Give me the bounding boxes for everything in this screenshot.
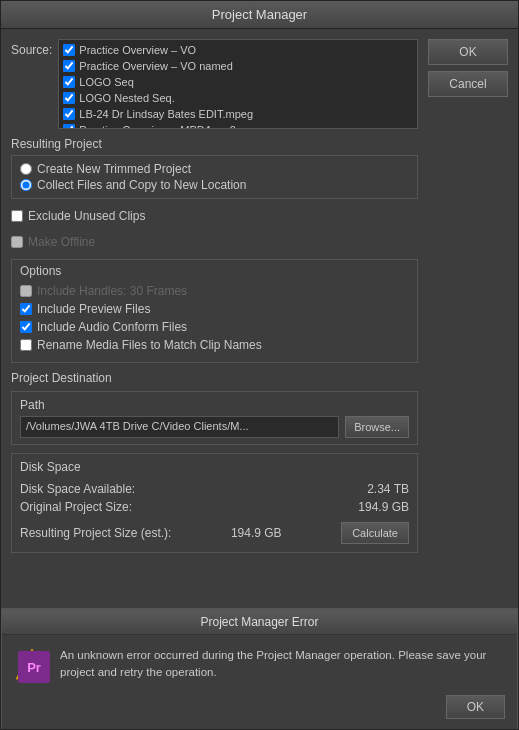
error-ok-button[interactable]: OK — [446, 695, 505, 719]
destination-title: Project Destination — [11, 371, 418, 385]
error-dialog: Project Manager Error Pr An unknown erro… — [1, 608, 518, 729]
include-handles-row: Include Handles: 30 Frames — [20, 282, 409, 300]
disk-original-label: Original Project Size: — [20, 500, 132, 514]
path-row: /Volumes/JWA 4TB Drive C/Video Clients/M… — [20, 416, 409, 438]
disk-resulting-value: 194.9 GB — [231, 526, 282, 540]
list-item[interactable]: LOGO Nested Seq. — [59, 90, 417, 106]
disk-available-label: Disk Space Available: — [20, 482, 135, 496]
source-item-checkbox-3[interactable] — [63, 92, 75, 104]
list-item[interactable]: Practice Overview – VO — [59, 42, 417, 58]
include-preview-row[interactable]: Include Preview Files — [20, 300, 409, 318]
error-footer: OK — [2, 691, 517, 729]
rename-media-row[interactable]: Rename Media Files to Match Clip Names — [20, 336, 409, 354]
path-display: /Volumes/JWA 4TB Drive C/Video Clients/M… — [20, 416, 339, 438]
radio-row-1[interactable]: Create New Trimmed Project — [20, 162, 409, 176]
disk-resulting-label: Resulting Project Size (est.): — [20, 526, 171, 540]
list-item[interactable]: Practice Overview – MPDA ver2 — [59, 122, 417, 129]
source-item-text-3: LOGO Nested Seq. — [79, 92, 174, 104]
include-audio-checkbox[interactable] — [20, 321, 32, 333]
rename-media-label: Rename Media Files to Match Clip Names — [37, 338, 262, 352]
disk-available-row: Disk Space Available: 2.34 TB — [20, 480, 409, 498]
disk-original-value: 194.9 GB — [358, 500, 409, 514]
source-item-checkbox-1[interactable] — [63, 60, 75, 72]
error-icon: Pr — [14, 647, 50, 683]
cancel-button[interactable]: Cancel — [428, 71, 508, 97]
destination-section: Project Destination Path /Volumes/JWA 4T… — [11, 371, 418, 553]
make-offline-label: Make Offline — [28, 235, 95, 249]
include-preview-checkbox[interactable] — [20, 303, 32, 315]
list-item[interactable]: LOGO Seq — [59, 74, 417, 90]
list-item[interactable]: Practice Overview – VO named — [59, 58, 417, 74]
disk-space-title: Disk Space — [20, 460, 409, 474]
source-item-checkbox-0[interactable] — [63, 44, 75, 56]
radio-create-new-label: Create New Trimmed Project — [37, 162, 191, 176]
resulting-project-box: Create New Trimmed Project Collect Files… — [11, 155, 418, 199]
list-item[interactable]: LB-24 Dr Lindsay Bates EDIT.mpeg — [59, 106, 417, 122]
disk-space-section: Disk Space Disk Space Available: 2.34 TB… — [11, 453, 418, 553]
error-body: Pr An unknown error occurred during the … — [2, 635, 517, 691]
ok-button[interactable]: OK — [428, 39, 508, 65]
resulting-project-label: Resulting Project — [11, 137, 418, 151]
source-item-checkbox-5[interactable] — [63, 124, 75, 129]
title-bar: Project Manager — [1, 1, 518, 29]
pr-icon: Pr — [18, 651, 50, 683]
rename-media-checkbox[interactable] — [20, 339, 32, 351]
source-item-text-4: LB-24 Dr Lindsay Bates EDIT.mpeg — [79, 108, 253, 120]
radio-collect-files-label: Collect Files and Copy to New Location — [37, 178, 246, 192]
error-title-bar: Project Manager Error — [2, 610, 517, 635]
include-audio-row[interactable]: Include Audio Conform Files — [20, 318, 409, 336]
source-item-text-1: Practice Overview – VO named — [79, 60, 232, 72]
exclude-unused-checkbox[interactable] — [11, 210, 23, 222]
options-section: Options Include Handles: 30 Frames Inclu… — [11, 259, 418, 363]
source-item-text-5: Practice Overview – MPDA ver2 — [79, 124, 236, 129]
include-handles-label: Include Handles: 30 Frames — [37, 284, 187, 298]
error-title: Project Manager Error — [200, 615, 318, 629]
make-offline-row: Make Offline — [11, 233, 418, 251]
radio-create-new[interactable] — [20, 163, 32, 175]
options-title: Options — [20, 264, 409, 278]
make-offline-checkbox — [11, 236, 23, 248]
calculate-button[interactable]: Calculate — [341, 522, 409, 544]
source-item-text-0: Practice Overview – VO — [79, 44, 196, 56]
error-message: An unknown error occurred during the Pro… — [60, 647, 505, 682]
include-audio-label: Include Audio Conform Files — [37, 320, 187, 334]
source-section: Source: Practice Overview – VO Practice … — [11, 39, 418, 129]
source-item-checkbox-2[interactable] — [63, 76, 75, 88]
disk-resulting-row: Resulting Project Size (est.): 194.9 GB … — [20, 520, 409, 546]
disk-original-row: Original Project Size: 194.9 GB — [20, 498, 409, 516]
browse-button[interactable]: Browse... — [345, 416, 409, 438]
radio-row-2[interactable]: Collect Files and Copy to New Location — [20, 178, 409, 192]
radio-collect-files[interactable] — [20, 179, 32, 191]
exclude-unused-row[interactable]: Exclude Unused Clips — [11, 207, 418, 225]
include-handles-checkbox — [20, 285, 32, 297]
include-preview-label: Include Preview Files — [37, 302, 150, 316]
exclude-unused-label: Exclude Unused Clips — [28, 209, 145, 223]
disk-available-value: 2.34 TB — [367, 482, 409, 496]
source-list[interactable]: Practice Overview – VO Practice Overview… — [58, 39, 418, 129]
resulting-project-section: Resulting Project Create New Trimmed Pro… — [11, 137, 418, 199]
path-title: Path — [20, 398, 409, 412]
source-item-text-2: LOGO Seq — [79, 76, 133, 88]
source-item-checkbox-4[interactable] — [63, 108, 75, 120]
source-label: Source: — [11, 39, 52, 57]
path-section: Path /Volumes/JWA 4TB Drive C/Video Clie… — [11, 391, 418, 445]
window-title: Project Manager — [212, 7, 307, 22]
